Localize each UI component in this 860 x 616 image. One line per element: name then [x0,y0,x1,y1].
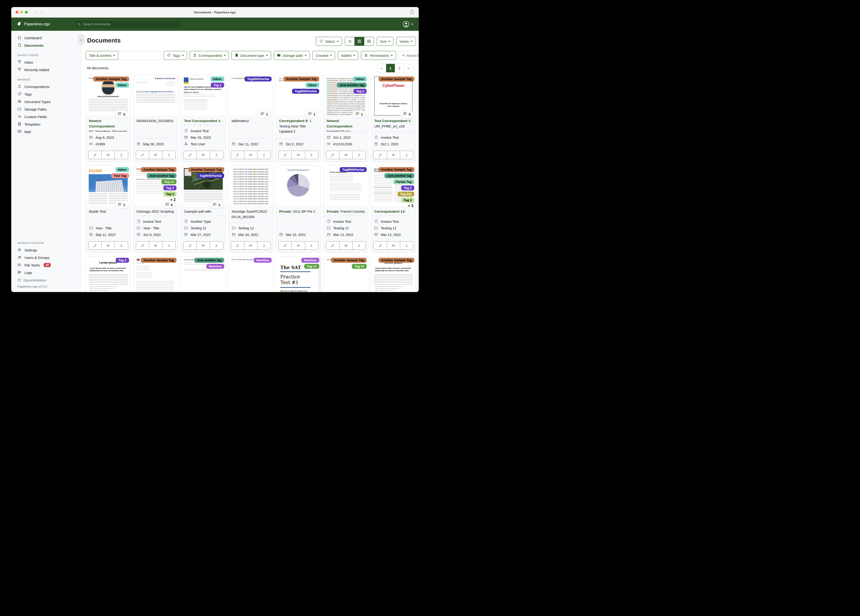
filter-tags-dropdown[interactable]: Tags [163,51,187,60]
tag-tag-3[interactable]: Tag 3 [163,192,176,196]
filter-permissions-dropdown[interactable]: Permissions [361,51,396,60]
page-2[interactable]: 2 [395,64,404,72]
tag-tagwithpartial[interactable]: TagWithPartial [245,77,271,82]
preview-document-button[interactable] [339,241,353,250]
tag-another-sample-tag[interactable]: Another Sample Tag [141,258,176,263]
notes-badge[interactable]: 1 [210,201,223,209]
tag-tag-2[interactable]: Tag 2 [211,83,224,88]
tag-another-sample-tag[interactable]: Another Sample Tag [331,258,367,263]
tag-inbox[interactable]: Inbox [116,83,129,88]
notes-badge[interactable]: 1 [257,110,271,118]
tag-newone[interactable]: NewOne [206,264,224,269]
document-card[interactable]: Review of Arbitral Awards shows swift Re… [371,165,416,252]
sidebar-item-logs[interactable]: Logs [11,269,81,276]
document-card[interactable]: Another Sample TagTagWithPartial12sample… [181,165,226,252]
search-input[interactable] [83,22,179,26]
tag-just-another-tag[interactable]: Just another tag [337,83,367,88]
document-card[interactable]: This is a test for the double space char… [228,165,273,252]
tag-another-sample-tag[interactable]: Another Sample Tag [378,167,414,172]
notes-badge[interactable]: 1 [305,110,319,118]
tag-tag-2[interactable]: Tag 2 [401,185,414,190]
sidebar-item-mail[interactable]: Mail [11,128,81,135]
page-«[interactable]: « [377,64,386,72]
download-document-button[interactable] [400,151,413,159]
document-thumbnail[interactable]: Patient BP Distribution 2011 [276,166,321,206]
edit-document-button[interactable] [183,241,197,250]
edit-document-button[interactable] [136,151,149,159]
document-card[interactable]: Francja pod r…NAPOLEON BONAPARTEAnother … [86,75,131,162]
document-card[interactable]: Medical TeacherHas the new Kirkpatrick g… [181,75,226,162]
notes-badge[interactable]: 6 [162,201,176,209]
download-document-button[interactable] [115,151,128,159]
edit-document-button[interactable] [231,241,244,250]
document-card[interactable]: This is a multi page document. Page 1.Ne… [228,256,273,292]
edit-document-button[interactable] [136,241,149,250]
download-document-button[interactable] [400,241,413,250]
document-title[interactable]: Private: 2011 BP Pie 2 [276,206,321,229]
sidebar-item-users-groups[interactable]: Users & Groups [11,254,81,261]
views-dropdown[interactable]: Views [396,37,416,46]
preview-document-button[interactable] [101,151,115,159]
sidebar-item-correspondents[interactable]: Correspondents [11,83,81,90]
document-title[interactable]: Newest Correspondent: H7_Napoleon_Bonapa… [86,115,130,132]
document-card[interactable]: Country,Region/State,”…TagWithPartial1ta… [228,75,273,162]
preview-document-button[interactable] [244,241,257,250]
tag-newone[interactable]: NewOne [301,258,319,263]
sidebar-item-inbox[interactable]: Inbox [11,58,81,66]
sidebar-item-dashboard[interactable]: Dashboard [11,34,81,42]
download-document-button[interactable] [210,151,223,159]
search-field-dropdown[interactable]: Title & content [86,51,118,60]
browser-back-button[interactable]: ‹ [36,10,37,14]
filter-storage-path-dropdown[interactable]: Storage path [274,51,310,60]
document-thumbnail[interactable]: This is a test for the double space char… [229,166,273,206]
page-1[interactable]: 1 [386,64,395,72]
document-card[interactable]: Lorem ipsumLorem ipsum dolor sit amet, c… [86,256,131,292]
edit-document-button[interactable] [231,151,244,159]
minimize-window-button[interactable] [20,11,23,14]
download-document-button[interactable] [115,241,128,250]
sidebar-item-tags[interactable]: Tags [11,90,81,98]
document-card[interactable]: Test Name123-456-7890Another Sample Tag [133,256,178,292]
tag-tagwithpartial[interactable]: TagWithPartial [197,173,224,178]
tag-tag-3[interactable]: Tag 3 [401,198,414,203]
notes-badge[interactable]: 4 [400,110,414,118]
notes-badge[interactable]: 2 [115,110,128,118]
tag-tag-2[interactable]: Tag 2 [353,89,367,94]
preview-document-button[interactable] [244,151,257,159]
tag-just-another-tag[interactable]: Just another tag [195,258,224,263]
tag-tag-222[interactable]: Tag 222 [398,192,414,196]
document-card[interactable]: Lorem ipsumLorem ipsum dolor sit amet, c… [371,256,416,292]
view-mode-list[interactable] [345,37,355,46]
download-document-button[interactable] [305,241,318,250]
tag-tag-12[interactable]: Tag 12 [352,264,367,269]
download-document-button[interactable] [257,241,271,250]
preview-document-button[interactable] [196,151,210,159]
tag-another-sample-tag[interactable]: Another Sample Tag [378,77,414,82]
preview-document-button[interactable] [292,241,305,250]
sidebar-item-documentation[interactable]: Documentation [11,277,81,284]
tag-inbox[interactable]: Inbox [306,83,319,88]
share-icon[interactable] [410,9,414,15]
global-search[interactable] [75,20,182,28]
document-title[interactable]: Sonstige ScanPC2022 03-24_081058 [229,206,273,222]
tag-tag-12[interactable]: Tag 12 [162,179,176,184]
filter-document-type-dropdown[interactable]: Document type [231,51,271,60]
tag-partial-tag[interactable]: Partial Tag [393,179,414,184]
preview-document-button[interactable] [196,241,210,250]
tag-newone[interactable]: NewOne [254,258,271,263]
document-card[interactable]: DrylabNETFLIXInboxTest Tag1drylab TestYe… [86,165,131,252]
tag-inbox[interactable]: Inbox [353,77,367,82]
tag-inbox[interactable]: Inbox [210,77,224,82]
browser-forward-button[interactable]: › [41,10,43,14]
edit-document-button[interactable] [88,151,102,159]
sort-dropdown[interactable]: Sort [377,37,394,46]
filter-added-dropdown[interactable]: Added [338,51,358,60]
document-card[interactable]: Serial Number,Company Name,Employe…97881… [323,75,369,162]
edit-document-button[interactable] [183,151,197,159]
sidebar-item-storage-paths[interactable]: Storage Paths [11,105,81,113]
sidebar-item-templates[interactable]: Templates [11,120,81,128]
select-dropdown[interactable]: Select [316,37,342,46]
view-mode-grid[interactable] [355,37,364,46]
document-card[interactable]: This is a test…Another Sample TagTag 12 [323,256,369,292]
sidebar-item-settings[interactable]: Settings [11,246,81,254]
